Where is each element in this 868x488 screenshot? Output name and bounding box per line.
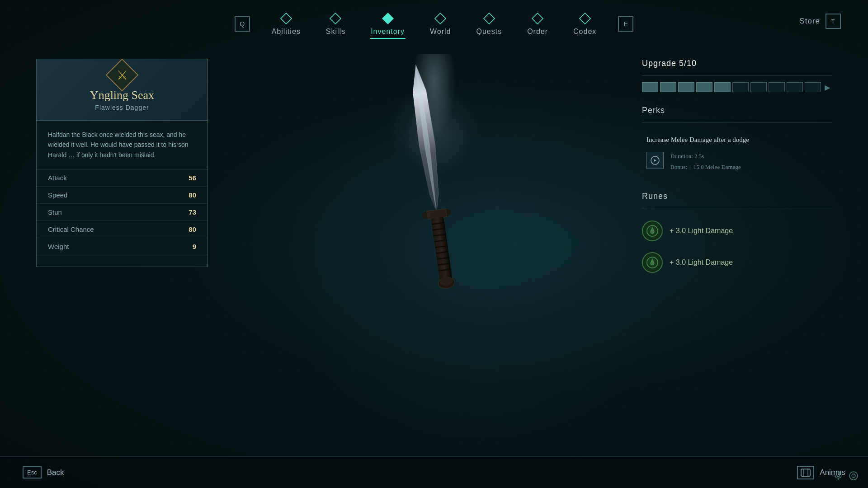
svg-marker-5: [532, 13, 543, 24]
bottom-right-icons: [833, 470, 859, 481]
svg-marker-1: [330, 13, 341, 24]
upgrade-seg-1: [642, 82, 658, 92]
upgrade-divider: [642, 75, 832, 75]
stat-stun-label: Stun: [48, 208, 62, 216]
upgrade-bar: ▶: [642, 82, 832, 92]
stat-weight-label: Weight: [48, 243, 69, 250]
svg-rect-31: [837, 471, 840, 477]
stat-attack-value: 56: [189, 174, 196, 182]
svg-marker-4: [484, 13, 495, 24]
upgrade-seg-7: [750, 82, 767, 92]
upgrade-seg-8: [769, 82, 785, 92]
store-area: Store T: [799, 14, 841, 29]
item-card: ⚔ Yngling Seax Flawless Dagger Halfdan t…: [36, 59, 208, 267]
stat-weight-value: 9: [193, 243, 196, 250]
perks-title: Perks: [642, 106, 832, 115]
perk-detail-text: Duration: 2.5s Bonus: + 15.0 Melee Damag…: [670, 152, 741, 171]
perk-detail-row: Duration: 2.5s Bonus: + 15.0 Melee Damag…: [646, 152, 741, 171]
stat-critical-chance-value: 80: [189, 225, 196, 233]
nav-abilities[interactable]: Abilities: [259, 5, 313, 42]
stat-stun-value: 73: [189, 208, 196, 216]
stat-stun: Stun 73: [37, 204, 208, 221]
upgrade-seg-10: [805, 82, 821, 92]
svg-point-27: [651, 262, 654, 265]
stat-speed-value: 80: [189, 191, 196, 199]
nav-skills[interactable]: Skills: [313, 5, 358, 42]
svg-marker-0: [281, 13, 292, 24]
perk-item: Increase Melee Damage after a dodge Dura…: [642, 129, 832, 178]
stat-weight: Weight 9: [37, 238, 208, 255]
item-description: Halfdan the Black once wielded this seax…: [37, 121, 208, 169]
nav-key-e[interactable]: E: [618, 16, 633, 32]
svg-marker-2: [382, 13, 393, 24]
svg-point-25: [651, 230, 654, 234]
perks-section: Perks Increase Melee Damage after a dodg…: [642, 106, 832, 178]
rune-item-1: + 3.0 Light Damage: [642, 215, 832, 247]
dagger: [393, 54, 475, 334]
svg-text:⚔: ⚔: [117, 68, 128, 82]
store-label: Store: [799, 17, 820, 26]
back-key: Esc: [23, 466, 42, 479]
svg-point-33: [849, 472, 858, 480]
upgrade-seg-6: [732, 82, 749, 92]
back-label: Back: [47, 468, 64, 477]
rune-label-1: + 3.0 Light Damage: [670, 227, 733, 235]
stat-attack-label: Attack: [48, 174, 67, 182]
upgrade-section: Upgrade 5/10 ▶: [642, 59, 832, 92]
svg-marker-6: [580, 13, 590, 24]
rune-icon-1: [642, 221, 663, 241]
upgrade-title: Upgrade 5/10: [642, 59, 832, 68]
rune-label-2: + 3.0 Light Damage: [670, 258, 733, 267]
svg-rect-28: [801, 469, 810, 476]
animus-key-icon: [797, 466, 814, 479]
perk-main-text: Increase Melee Damage after a dodge: [646, 136, 749, 144]
item-card-header: ⚔ Yngling Seax Flawless Dagger: [37, 59, 208, 121]
microphone-icon: [833, 470, 844, 481]
stat-speed-label: Speed: [48, 191, 67, 199]
runes-title: Runes: [642, 192, 832, 201]
svg-marker-3: [435, 13, 446, 24]
bottom-bar: Esc Back Animus: [0, 456, 868, 488]
svg-rect-11: [431, 217, 452, 282]
runes-divider: [642, 208, 832, 208]
runes-section: Runes + 3.0 Light Damage + 3.0 Light: [642, 192, 832, 278]
perk-dodge-icon: [646, 152, 664, 169]
upgrade-seg-9: [787, 82, 803, 92]
store-key[interactable]: T: [826, 14, 841, 29]
svg-point-34: [852, 474, 855, 478]
upgrade-arrow: ▶: [825, 83, 830, 92]
back-button[interactable]: Esc Back: [23, 466, 64, 479]
right-panel: Upgrade 5/10 ▶ Perks Increase Melee Dama…: [642, 59, 832, 278]
nav-order[interactable]: Order: [514, 5, 561, 42]
rune-item-2: + 3.0 Light Damage: [642, 247, 832, 278]
nav-key-q[interactable]: Q: [235, 16, 250, 32]
stat-attack: Attack 56: [37, 169, 208, 187]
upgrade-seg-3: [678, 82, 694, 92]
upgrade-seg-4: [696, 82, 712, 92]
stat-critical-chance: Critical Chance 80: [37, 221, 208, 238]
stat-critical-chance-label: Critical Chance: [48, 225, 94, 233]
upgrade-seg-2: [660, 82, 676, 92]
settings-icon: [848, 470, 859, 481]
item-emblem: ⚔: [104, 57, 140, 95]
nav-codex[interactable]: Codex: [561, 5, 609, 42]
stat-speed: Speed 80: [37, 187, 208, 204]
item-type: Flawless Dagger: [95, 104, 149, 111]
upgrade-seg-5: [714, 82, 731, 92]
perks-divider: [642, 122, 832, 122]
rune-icon-2: [642, 252, 663, 273]
weapon-area: [366, 36, 502, 352]
